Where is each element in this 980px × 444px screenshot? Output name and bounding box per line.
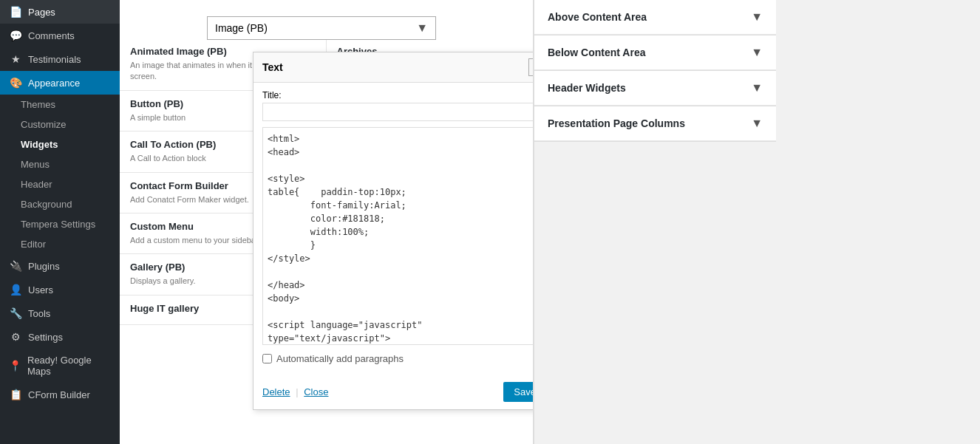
sidebar-item-cform[interactable]: 📋 CForm Builder xyxy=(0,383,120,406)
below-content-arrow-icon: ▼ xyxy=(751,46,763,59)
text-widget-title: Text xyxy=(262,61,283,73)
header-widgets-arrow-icon: ▼ xyxy=(751,81,763,95)
dropdown-arrow-icon[interactable]: ▼ xyxy=(416,21,428,35)
collapse-button[interactable]: ▲ xyxy=(528,58,534,76)
close-button[interactable]: Close xyxy=(304,386,328,397)
header-widgets-section: Header Widgets ▼ xyxy=(534,71,776,106)
pages-icon: 📄 xyxy=(9,6,22,18)
sidebar-item-google-maps[interactable]: 📍 Ready! Google Maps xyxy=(0,349,120,383)
main-content: Image (PB) ▼ Animated Image (PB) An imag… xyxy=(120,0,980,444)
settings-icon: ⚙ xyxy=(9,331,22,343)
right-sidebar: Above Content Area ▼ Below Content Area … xyxy=(534,0,776,444)
text-widget-body: Title: <html> <head> <style> table{ padd… xyxy=(253,83,534,378)
auto-paragraphs-label: Automatically add paragraphs xyxy=(276,353,404,364)
text-widget-panel: Text ▲ Title: <html> <head> <style> tabl… xyxy=(253,52,534,410)
widget-list: Image (PB) ▼ Animated Image (PB) An imag… xyxy=(120,0,534,444)
presentation-page-header[interactable]: Presentation Page Columns ▼ xyxy=(534,106,776,141)
header-widgets-header[interactable]: Header Widgets ▼ xyxy=(534,71,776,106)
sidebar-item-appearance[interactable]: 🎨 Appearance xyxy=(0,71,120,95)
title-input[interactable] xyxy=(262,103,534,121)
sidebar-sub-customize[interactable]: Customize xyxy=(0,115,120,134)
appearance-icon: 🎨 xyxy=(9,77,22,89)
users-icon: 👤 xyxy=(9,284,22,296)
sidebar-sub-themes[interactable]: Themes xyxy=(0,95,120,115)
presentation-page-section: Presentation Page Columns ▼ xyxy=(534,106,776,142)
separator: | xyxy=(296,386,298,397)
plugins-icon: 🔌 xyxy=(9,260,22,272)
tools-icon: 🔧 xyxy=(9,307,22,319)
cform-icon: 📋 xyxy=(9,389,22,400)
delete-button[interactable]: Delete xyxy=(262,386,290,397)
title-row: Title: xyxy=(262,90,534,121)
sidebar-sub-header[interactable]: Header xyxy=(0,174,120,194)
sidebar-item-tools[interactable]: 🔧 Tools xyxy=(0,301,120,325)
above-content-arrow-icon: ▼ xyxy=(751,10,763,24)
above-content-header[interactable]: Above Content Area ▼ xyxy=(534,0,776,35)
code-row: <html> <head> <style> table{ paddin-top:… xyxy=(262,127,534,347)
image-pb-dropdown[interactable]: Image (PB) ▼ xyxy=(207,16,436,40)
sidebar-item-plugins[interactable]: 🔌 Plugins xyxy=(0,254,120,278)
sidebar-sub-background[interactable]: Background xyxy=(0,194,120,214)
above-content-section: Above Content Area ▼ xyxy=(534,0,776,35)
widget-actions: Delete | Close Save xyxy=(253,378,534,409)
map-icon: 📍 xyxy=(9,360,21,372)
code-textarea[interactable]: <html> <head> <style> table{ paddin-top:… xyxy=(262,127,534,345)
action-links: Delete | Close xyxy=(262,386,328,397)
sidebar-item-testimonials[interactable]: ★ Testimonials xyxy=(0,47,120,71)
auto-paragraphs-checkbox[interactable] xyxy=(262,354,272,363)
presentation-page-arrow-icon: ▼ xyxy=(751,117,763,130)
sidebar-sub-editor[interactable]: Editor xyxy=(0,234,120,254)
below-content-section: Below Content Area ▼ xyxy=(534,35,776,71)
auto-paragraphs-row: Automatically add paragraphs xyxy=(262,353,534,364)
sidebar: 📄 Pages 💬 Comments ★ Testimonials 🎨 Appe… xyxy=(0,0,120,444)
testimonials-icon: ★ xyxy=(9,53,22,65)
sidebar-item-settings[interactable]: ⚙ Settings xyxy=(0,325,120,349)
sidebar-item-pages[interactable]: 📄 Pages xyxy=(0,0,120,24)
text-widget-header: Text ▲ xyxy=(253,52,534,83)
sidebar-sub-menus[interactable]: Menus xyxy=(0,154,120,174)
below-content-header[interactable]: Below Content Area ▼ xyxy=(534,35,776,70)
sidebar-sub-tempera[interactable]: Tempera Settings xyxy=(0,214,120,234)
title-label: Title: xyxy=(262,90,534,100)
comments-icon: 💬 xyxy=(9,30,22,41)
sidebar-item-comments[interactable]: 💬 Comments xyxy=(0,24,120,47)
sidebar-item-users[interactable]: 👤 Users xyxy=(0,278,120,301)
save-button[interactable]: Save xyxy=(503,382,534,402)
sidebar-sub-widgets[interactable]: Widgets xyxy=(0,134,120,154)
